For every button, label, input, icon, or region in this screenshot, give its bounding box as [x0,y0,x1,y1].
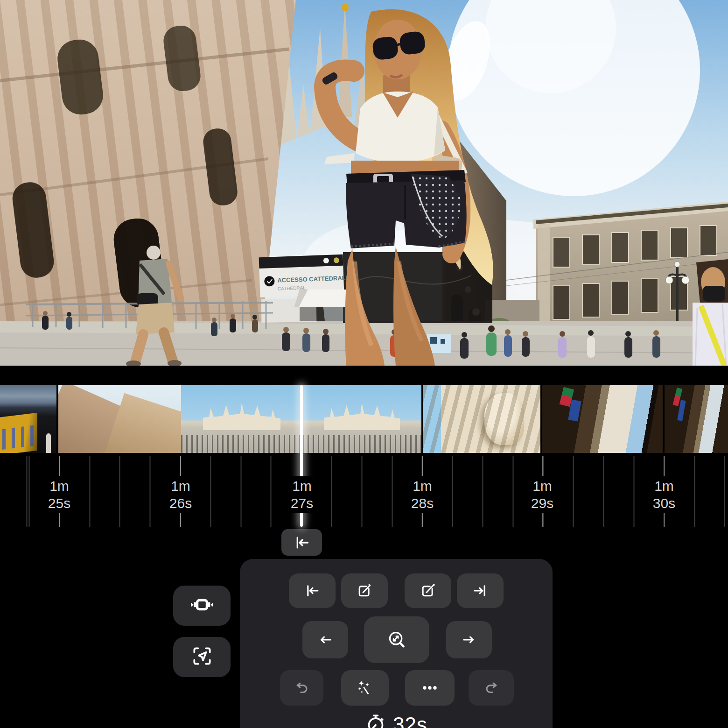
editor-stage: ACCESSO CATTEDRALE CATHEDRAL [0,0,728,728]
magic-wand-icon [355,678,375,698]
time-label-playhead: 1m27s [286,476,318,513]
arrow-right-icon [460,631,478,649]
timeline-clip-thumbnail[interactable] [665,385,728,453]
redo-button[interactable] [469,670,514,706]
step-forward-button[interactable] [446,621,492,658]
timeline-filmstrip[interactable] [0,385,728,453]
undo-arrow-icon [293,679,311,697]
clip-frame-icon [190,593,214,619]
more-options-button[interactable] [405,670,455,706]
arrow-to-bar-left-icon [303,582,321,600]
timeline-zoom-button[interactable] [364,616,429,663]
step-backward-button[interactable] [302,621,348,658]
ellipsis-icon [420,678,440,698]
magnifier-scale-icon [386,629,407,650]
time-label: 1m29s [526,476,558,513]
square-pencil-icon [419,581,437,600]
arrow-to-bar-left-icon [293,533,311,552]
time-label: 1m25s [43,476,75,513]
time-label: 1m28s [406,476,438,513]
redo-arrow-icon [483,679,500,697]
time-label: 1m26s [165,476,196,513]
undo-button[interactable] [280,670,323,706]
enhance-button[interactable] [341,670,389,706]
clip-duration: 32s [240,713,553,728]
arrow-to-bar-right-icon [471,582,489,600]
timeline-clip-thumbnail[interactable] [0,385,56,453]
trim-edit-in-button[interactable] [341,573,388,608]
edit-control-panel: 32s [240,559,553,728]
timeline-clip-thumbnail[interactable] [542,385,663,453]
video-preview[interactable]: ACCESSO CATTEDRALE CATHEDRAL [0,0,728,366]
tracking-select-mode-button[interactable] [173,637,231,677]
bystander-woman [693,259,728,366]
time-label: 1m30s [648,476,680,513]
jump-to-clip-end-button[interactable] [457,573,504,608]
clip-range-mode-button[interactable] [173,586,231,626]
timeline-clip-thumbnail[interactable] [58,385,421,453]
jump-to-previous-edit-button[interactable] [281,529,322,556]
select-cursor-icon [190,644,214,670]
arrow-left-icon [316,631,334,649]
jump-to-clip-start-button[interactable] [289,573,336,608]
ruler-minor-ticks [0,456,728,527]
clip-duration-value: 32s [393,713,427,728]
trim-edit-out-button[interactable] [405,573,451,608]
stopwatch-icon [365,713,386,728]
video-frame-art: ACCESSO CATTEDRALE CATHEDRAL [0,0,728,366]
square-pencil-icon [355,581,374,600]
timeline-ruler[interactable]: 1m25s 1m26s 1m27s 1m28s 1m29s 1m30s [0,453,728,532]
timeline-clip-thumbnail[interactable] [423,385,540,453]
